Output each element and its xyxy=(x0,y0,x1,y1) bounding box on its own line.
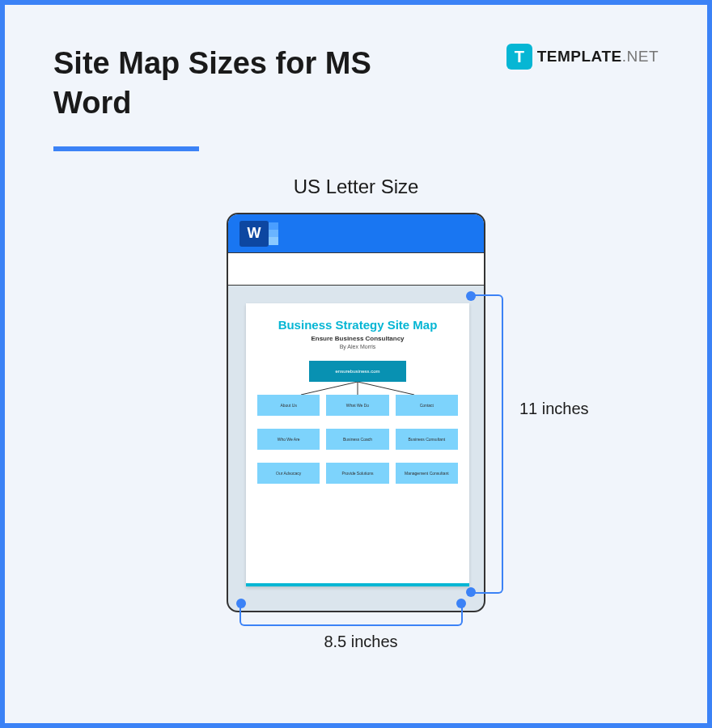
tree-connectors xyxy=(285,382,430,395)
document-page: Business Strategy Site Map Ensure Busine… xyxy=(246,303,469,586)
height-bracket xyxy=(471,294,503,594)
dimension-dot xyxy=(466,291,476,301)
doc-byline: By Alex Morris xyxy=(257,344,458,349)
dimension-dot xyxy=(456,599,466,608)
brand-name: TEMPLATE xyxy=(537,48,622,65)
sitemap-tree: ensurebusiness.com About Us What We Do C… xyxy=(257,361,458,484)
word-ribbon xyxy=(228,253,484,286)
brand-text: TEMPLATE.NET xyxy=(537,48,659,66)
tree-root-node: ensurebusiness.com xyxy=(309,361,406,382)
tree-node: Business Coach xyxy=(326,429,388,450)
dimension-dot xyxy=(466,587,476,597)
word-icon-letter: W xyxy=(248,225,261,242)
title-underline xyxy=(53,146,199,151)
word-body: Business Strategy Site Map Ensure Busine… xyxy=(228,286,484,611)
doc-subtitle: Ensure Business Consultancy xyxy=(257,335,458,342)
dimension-dot xyxy=(236,599,246,608)
tree-row: Who We Are Business Coach Business Consu… xyxy=(257,429,458,450)
tree-node: Our Advocacy xyxy=(257,463,320,484)
doc-title: Business Strategy Site Map xyxy=(257,318,458,332)
height-label: 11 inches xyxy=(519,400,589,418)
page-title: Site Map Sizes for MS Word xyxy=(53,44,393,124)
illustration-stage: W Business Strategy Site Map Ensure Busi… xyxy=(5,213,707,612)
tree-node: Who We Are xyxy=(257,429,320,450)
tree-node: Contact xyxy=(396,395,458,416)
brand-icon-letter: T xyxy=(515,48,524,66)
title-block: Site Map Sizes for MS Word xyxy=(53,44,393,151)
tree-node: About Us xyxy=(257,395,320,416)
infographic-frame: Site Map Sizes for MS Word T TEMPLATE.NE… xyxy=(0,0,712,728)
tree-node: Management Consultant xyxy=(396,463,458,484)
width-label: 8.5 inches xyxy=(239,633,482,651)
brand-suffix: .NET xyxy=(622,48,659,65)
tree-node: Business Consultant xyxy=(396,429,458,450)
ms-word-icon: W xyxy=(239,221,269,247)
brand-logo: T TEMPLATE.NET xyxy=(506,44,659,70)
svg-line-0 xyxy=(301,382,358,395)
brand-icon: T xyxy=(506,44,532,70)
tree-row: About Us What We Do Contact xyxy=(257,395,458,416)
header: Site Map Sizes for MS Word T TEMPLATE.NE… xyxy=(5,5,707,151)
paper-size-label: US Letter Size xyxy=(5,176,707,198)
svg-line-2 xyxy=(358,382,414,395)
tree-node: What We Do xyxy=(326,395,388,416)
width-bracket xyxy=(239,603,463,626)
ms-word-window: W Business Strategy Site Map Ensure Busi… xyxy=(227,213,485,612)
tree-row: Our Advocacy Provide Solutions Managemen… xyxy=(257,463,458,484)
word-titlebar: W xyxy=(228,214,484,253)
tree-node: Provide Solutions xyxy=(326,463,388,484)
